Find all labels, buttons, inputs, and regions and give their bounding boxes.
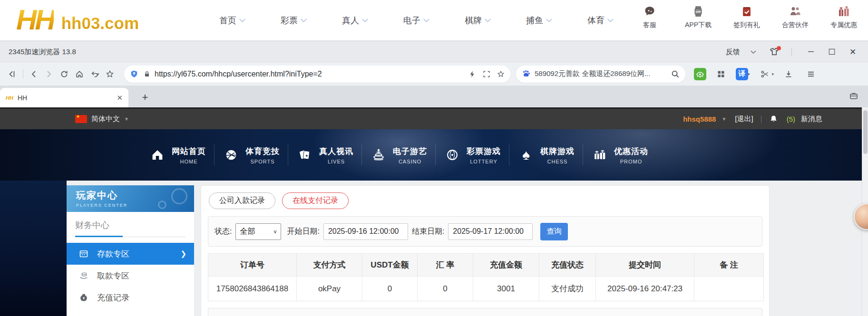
logo-domain: hh03.com: [61, 10, 139, 37]
new-tab-button[interactable]: +: [137, 89, 153, 105]
records-panel: 公司入款记录 在线支付记录 状态: 全部 ∨ 开始日期: 2025-09-16 …: [201, 185, 770, 316]
apps-grid-button[interactable]: [713, 67, 729, 82]
url-bar[interactable]: https://yl675.com/hhcp/usercenter.html?i…: [124, 66, 510, 83]
url-text[interactable]: https://yl675.com/hhcp/usercenter.html?i…: [155, 70, 468, 78]
briefcase-icon: [849, 91, 858, 100]
screenshot-dropdown-icon[interactable]: ▾: [772, 72, 774, 77]
search-box[interactable]: 589092元善款 全额退还28689位网...: [516, 66, 685, 83]
window-minimize-button[interactable]: ─: [800, 41, 821, 62]
bookmark-button[interactable]: [102, 67, 117, 82]
feedback-dropdown-icon[interactable]: [751, 50, 756, 54]
menu-button[interactable]: [803, 67, 819, 82]
site-header: HH hh03.com 首页 彩票 真人 电子 棋牌 捕鱼 体育 客服 APP …: [0, 0, 868, 41]
site-nav-slots[interactable]: 电子: [386, 15, 447, 26]
language-bar: 简体中文 ▼ hhsq5888 ▼ [退出] (5) 新消息: [0, 107, 868, 129]
main-nav-sports[interactable]: 体育竞技SPORTS: [215, 140, 288, 170]
main-nav-promo[interactable]: 优惠活动PROMO: [583, 140, 656, 170]
quick-link-signin-gift[interactable]: 签到有礼: [733, 5, 761, 29]
back-icon: [29, 70, 38, 78]
window-maximize-button[interactable]: ☐: [821, 41, 842, 62]
undo-button[interactable]: ▾: [87, 67, 102, 82]
lottery-ball-icon: [444, 146, 461, 163]
browser-toolbar: ▾ https://yl675.com/hhcp/usercenter.html…: [0, 62, 868, 86]
new-messages-link[interactable]: 新消息: [801, 115, 822, 124]
eye-protection-button[interactable]: [694, 68, 706, 80]
home-button[interactable]: [72, 67, 87, 82]
speed-bolt-icon[interactable]: [468, 70, 476, 78]
scrollbar-thumb[interactable]: [863, 110, 868, 154]
capture-frame-icon[interactable]: [483, 70, 490, 78]
site-logo[interactable]: HH hh03.com: [16, 3, 139, 37]
speed-shield-icon[interactable]: [130, 70, 138, 78]
filter-bar: 状态: 全部 ∨ 开始日期: 2025-09-16 12:00:00 结束日期:…: [208, 216, 762, 247]
main-nav-chess[interactable]: ♠ 棋牌游戏CHESS: [509, 140, 583, 170]
divider: [791, 48, 792, 56]
site-nav-fishing[interactable]: 捕鱼: [508, 15, 570, 26]
back-button[interactable]: [26, 67, 41, 82]
download-button[interactable]: [781, 67, 796, 82]
apps-grid-icon: [717, 70, 725, 78]
cell-submit-time: 2025-09-16 20:47:23: [596, 277, 694, 301]
start-date-label: 开始日期:: [287, 227, 319, 237]
quick-link-exclusive[interactable]: 专属优惠: [830, 5, 858, 29]
col-recharge-amount: 充值金额: [473, 254, 539, 277]
main-nav-casino[interactable]: 电子游艺CASINO: [362, 140, 435, 170]
site-nav-lottery[interactable]: 彩票: [263, 15, 324, 26]
site-nav: 首页 彩票 真人 电子 棋牌 捕鱼 体育: [202, 0, 631, 41]
sidebar-item-deposit[interactable]: 存款专区 ❯: [67, 243, 194, 265]
theme-skin-button[interactable]: [770, 48, 779, 56]
sidebar-item-withdraw[interactable]: 取款专区: [67, 265, 194, 287]
site-nav-home[interactable]: 首页: [202, 15, 263, 26]
quick-link-app-download[interactable]: APP APP下载: [684, 5, 712, 29]
logo-hh-mark: HH: [16, 3, 54, 37]
gift-icon: [591, 146, 608, 163]
tab-close-icon[interactable]: ✕: [117, 94, 123, 102]
language-selector[interactable]: 简体中文 ▼: [75, 109, 129, 129]
site-nav-chess[interactable]: 棋牌: [447, 15, 508, 26]
reload-button[interactable]: [57, 67, 72, 82]
username-link[interactable]: hhsq5888: [683, 115, 716, 123]
cell-pay-method: okPay: [297, 277, 362, 301]
sidebar-item-recharge-records[interactable]: ¥ 充值记录: [67, 287, 194, 308]
translate-button[interactable]: 译: [736, 68, 748, 80]
spade-icon: ♠: [517, 146, 535, 163]
bell-icon[interactable]: [769, 115, 778, 124]
home-icon: [149, 146, 166, 163]
main-nav-lottery[interactable]: 彩票游戏LOTTERY: [436, 140, 509, 170]
search-suggestion-text[interactable]: 589092元善款 全额退还28689位网...: [535, 69, 667, 78]
search-icon[interactable]: [671, 70, 680, 78]
quick-link-partners[interactable]: 合营伙伴: [781, 5, 809, 29]
lock-icon[interactable]: [143, 70, 151, 78]
site-nav-live[interactable]: 真人: [324, 15, 386, 26]
cell-recharge-amount: 3001: [473, 277, 539, 301]
message-count[interactable]: (5): [787, 115, 795, 123]
user-dropdown-icon[interactable]: ▼: [722, 116, 726, 122]
sidebar-panel-button[interactable]: [5, 67, 20, 82]
cell-usdt-amount: 0: [362, 277, 418, 301]
col-submit-time: 提交时间: [596, 254, 694, 277]
browser-tab[interactable]: HH HH ✕: [0, 88, 128, 107]
query-button[interactable]: 查询: [540, 223, 568, 240]
divider: [23, 69, 23, 79]
logout-link[interactable]: [退出]: [735, 115, 753, 124]
screenshot-button[interactable]: [757, 67, 772, 82]
main-nav-lives[interactable]: ♠ 真人视讯LIVES: [288, 140, 361, 170]
status-select[interactable]: 全部 ∨: [235, 223, 281, 240]
forward-button[interactable]: [41, 67, 57, 82]
favorite-star-icon[interactable]: [497, 70, 505, 78]
select-caret-icon: ∨: [273, 229, 277, 235]
end-date-input[interactable]: 2025-09-17 12:00:00: [448, 223, 533, 240]
tab-online-payment-records[interactable]: 在线支付记录: [282, 192, 349, 209]
quick-link-support[interactable]: 客服: [636, 5, 663, 29]
tab-favicon: HH: [6, 95, 13, 101]
site-nav-sports[interactable]: 体育: [570, 15, 631, 26]
feedback-button[interactable]: 反馈: [726, 48, 740, 57]
window-close-button[interactable]: ✕: [842, 41, 863, 62]
main-nav-home[interactable]: 网站首页HOME: [141, 140, 214, 170]
eye-icon: [695, 69, 705, 79]
start-date-input[interactable]: 2025-09-16 12:00:00: [323, 223, 408, 240]
forward-icon: [45, 70, 53, 78]
tab-company-deposit-records[interactable]: 公司入款记录: [209, 192, 275, 209]
workspace-briefcase-button[interactable]: [849, 91, 858, 100]
translate-dropdown-icon[interactable]: ▾: [748, 72, 750, 77]
